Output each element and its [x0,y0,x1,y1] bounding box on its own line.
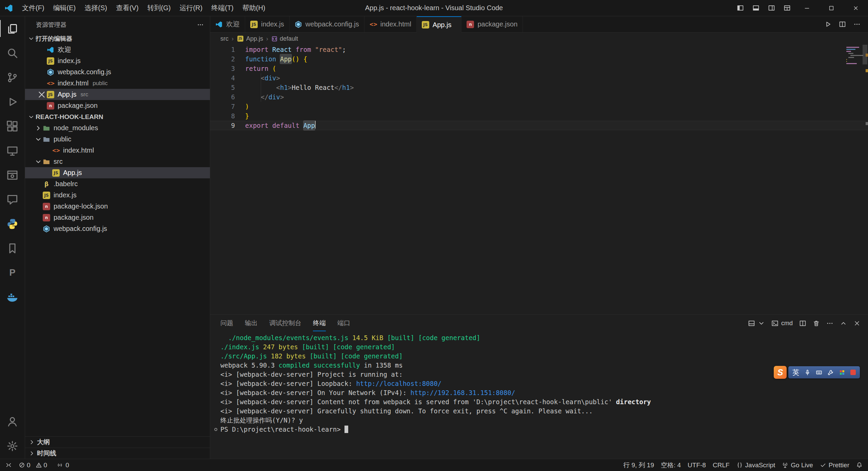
command-decoration-icon[interactable] [214,428,217,431]
breadcrumb-item-default[interactable]: default [271,35,298,42]
close-icon[interactable] [37,90,47,100]
kill-terminal-button[interactable] [813,320,820,327]
code-line-6[interactable]: 6 </div> [210,92,868,102]
tree-item-index.js[interactable]: JSindex.js [25,190,210,201]
activity-bar-item-project-manager[interactable]: P [0,260,25,285]
split-terminal-button[interactable] [799,320,806,327]
menu-item[interactable]: 选择(S) [80,0,112,16]
toggle-panel-button[interactable] [748,0,764,16]
sogou-logo-icon[interactable]: S [774,366,787,379]
status-problems[interactable]: 00 [15,459,53,471]
toggle-secondary-sidebar-button[interactable] [764,0,779,16]
open-editor-item[interactable]: webpack.config.js [25,66,210,78]
tree-item-package-lock.json[interactable]: npackage-lock.json [25,201,210,212]
code-line-7[interactable]: 7) [210,102,868,111]
tree-item-.babelrc[interactable]: β.babelrc [25,178,210,190]
terminal[interactable]: ./node_modules/events/events.js 14.5 KiB… [210,332,868,459]
activity-bar-item-remote-explorer[interactable] [0,138,25,163]
sidebar-section-大纲[interactable]: 大纲 [25,436,210,448]
tree-item-App.js[interactable]: JSApp.js [25,167,210,178]
panel-tab-端口[interactable]: 端口 [337,315,350,331]
tab-package.json[interactable]: npackage.json [461,16,523,32]
code-line-8[interactable]: 8} [210,111,868,121]
more-actions-button[interactable] [853,21,861,28]
more-actions-icon[interactable] [197,21,204,28]
status-language-mode[interactable]: JavaScript [733,459,779,471]
split-editor-button[interactable] [839,21,846,28]
open-editors-header[interactable]: 打开的编辑器 [25,33,210,44]
status-remote[interactable] [2,459,15,471]
menu-item[interactable]: 转到(G) [143,0,175,16]
close-button[interactable] [844,0,868,16]
code-line-1[interactable]: 1import React from "react"; [210,45,868,54]
tab-index.js[interactable]: JSindex.js [245,16,290,32]
tab-App.js[interactable]: JSApp.js [417,16,462,33]
panel-tab-终端[interactable]: 终端 [313,315,326,331]
open-editor-item[interactable]: npackage.json [25,100,210,111]
activity-bar-item-account[interactable] [0,409,25,434]
status-go-live[interactable]: Go Live [778,459,816,471]
editor[interactable]: 1import React from "react";2function App… [210,45,868,314]
open-editor-item[interactable]: JSApp.jssrc [25,89,210,100]
status-cursor-position[interactable]: 行 9, 列 19 [620,459,657,471]
tree-item-src[interactable]: src [25,156,210,167]
ime-red-icon[interactable] [850,370,856,375]
status-indentation[interactable]: 空格: 4 [657,459,684,471]
tree-item-webpack.config.js[interactable]: webpack.config.js [25,223,210,234]
panel-tab-调试控制台[interactable]: 调试控制台 [269,315,301,331]
terminal-profile[interactable]: cmd [771,320,793,327]
status-eol[interactable]: CRLF [709,459,733,471]
panel-tab-问题[interactable]: 问题 [220,315,233,331]
ime-wrench-icon[interactable] [827,369,834,376]
status-notifications[interactable] [853,459,866,471]
activity-bar-item-bookmarks[interactable] [0,236,25,260]
panel-tab-输出[interactable]: 输出 [245,315,258,331]
panel-layout-button[interactable] [748,320,765,327]
open-editor-item[interactable]: 欢迎 [25,44,210,55]
code-line-3[interactable]: 3return ( [210,64,868,73]
activity-bar-item-extensions[interactable] [0,114,25,138]
tab-欢迎[interactable]: 欢迎 [210,16,245,32]
code-line-2[interactable]: 2function App() { [210,54,868,64]
maximize-button[interactable] [819,0,844,16]
tree-item-public[interactable]: public [25,134,210,145]
customize-layout-button[interactable] [779,0,795,16]
ime-mode-toggle[interactable]: 英 [792,368,799,377]
minimize-button[interactable] [795,0,819,16]
toggle-sidebar-button[interactable] [732,0,748,16]
ime-grid-icon[interactable] [839,369,845,376]
sidebar-section-时间线[interactable]: 时间线 [25,448,210,459]
ime-keyboard-icon[interactable] [816,369,822,376]
minimap[interactable] [846,47,860,65]
code-line-5[interactable]: 5 <h1>Hello React</h1> [210,83,868,92]
activity-bar-item-docker[interactable] [0,285,25,309]
activity-bar-item-settings[interactable] [0,434,25,458]
menu-item[interactable]: 帮助(H) [238,0,270,16]
tab-webpack.config.js[interactable]: webpack.config.js [290,16,364,32]
more-actions-button[interactable] [826,320,833,327]
tree-item-node_modules[interactable]: node_modules [25,122,210,134]
tree-item-package.json[interactable]: npackage.json [25,212,210,223]
code-line-9[interactable]: 9export default App [210,121,868,130]
breadcrumb-item-src[interactable]: src [220,35,229,42]
activity-bar-item-python[interactable] [0,212,25,236]
menu-item[interactable]: 编辑(E) [49,0,80,16]
menu-item[interactable]: 文件(F) [18,0,49,16]
status-prettier[interactable]: Prettier [816,459,853,471]
menu-item[interactable]: 终端(T) [207,0,238,16]
activity-bar-item-chat[interactable] [0,187,25,212]
activity-bar-item-source-control[interactable] [0,65,25,90]
open-editor-item[interactable]: <>index.htmlpublic [25,78,210,89]
activity-bar-item-search[interactable] [0,41,25,65]
activity-bar-item-explorer[interactable] [0,16,25,41]
activity-bar-item-run-debug[interactable] [0,90,25,114]
workspace-root-header[interactable]: REACT-HOOK-LEARN [25,111,210,122]
open-editor-item[interactable]: JSindex.js [25,55,210,66]
close-panel-button[interactable] [853,320,861,327]
run-button[interactable] [824,21,831,28]
tree-item-index.html[interactable]: <>index.html [25,145,210,156]
status-ports[interactable]: 0 [53,459,73,471]
code-line-4[interactable]: 4 <div> [210,73,868,83]
breadcrumb-item-App.js[interactable]: JSApp.js [237,35,263,42]
menu-item[interactable]: 运行(R) [175,0,207,16]
